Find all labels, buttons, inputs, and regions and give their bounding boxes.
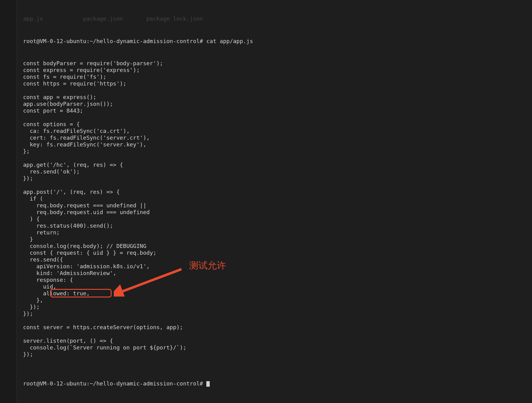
code-line: const bodyParser = require('body-parser'… — [23, 60, 526, 67]
code-line — [23, 114, 526, 121]
shell-prompt-line: root@VM-0-12-ubuntu:~/hello-dynamic-admi… — [23, 38, 526, 45]
code-line: server.listen(port, () => { — [23, 337, 526, 344]
shell-prompt-line-2: root@VM-0-12-ubuntu:~/hello-dynamic-admi… — [23, 380, 526, 387]
code-line: }); — [23, 351, 526, 358]
terminal-gutter — [0, 0, 17, 403]
code-line: const { request: { uid } } = req.body; — [23, 249, 526, 256]
code-line — [23, 182, 526, 189]
code-line — [23, 317, 526, 324]
code-output: const bodyParser = require('body-parser'… — [23, 60, 526, 365]
terminal-content[interactable]: app.js package.json package lock.json ro… — [17, 0, 532, 403]
code-line: req.body.request.uid === undefined — [23, 209, 526, 216]
code-line: const server = https.createServer(option… — [23, 324, 526, 331]
code-line: return; — [23, 229, 526, 236]
cursor-icon — [206, 381, 210, 387]
code-line: key: fs.readFileSync('server.key'), — [23, 141, 526, 148]
code-line: req.body.request === undefined || — [23, 202, 526, 209]
code-line: res.send('ok'); — [23, 168, 526, 175]
code-line: const fs = require('fs'); — [23, 74, 526, 80]
code-line — [23, 87, 526, 94]
code-line: const options = { — [23, 121, 526, 128]
code-line: apiVersion: 'admission.k8s.io/v1', — [23, 263, 526, 270]
code-line: const port = 8443; — [23, 107, 526, 114]
code-line: res.send({ — [23, 256, 526, 263]
partial-output-line: app.js package.json package lock.json — [23, 15, 526, 22]
code-line: const express = require('express'); — [23, 67, 526, 74]
code-line: }); — [23, 304, 526, 310]
code-line: console.log(req.body); // DEBUGGING — [23, 243, 526, 249]
code-line: ca: fs.readFileSync('ca.crt'), — [23, 128, 526, 134]
code-line — [23, 358, 526, 365]
code-line: cert: fs.readFileSync('server.crt'), — [23, 134, 526, 141]
code-line: kind: 'AdmissionReview', — [23, 270, 526, 277]
code-line: app.use(bodyParser.json()); — [23, 101, 526, 107]
code-line: }); — [23, 310, 526, 317]
code-line: allowed: true, — [23, 290, 526, 297]
terminal-window: app.js package.json package lock.json ro… — [0, 0, 532, 403]
code-line — [23, 331, 526, 337]
code-line: app.get('/hc', (req, res) => { — [23, 162, 526, 168]
code-line: }); — [23, 175, 526, 182]
code-line: }; — [23, 148, 526, 155]
code-line: ) { — [23, 216, 526, 222]
code-line: if ( — [23, 195, 526, 202]
code-line — [23, 155, 526, 162]
code-line: app.post('/', (req, res) => { — [23, 189, 526, 195]
code-line: res.status(400).send(); — [23, 222, 526, 229]
code-line: }, — [23, 297, 526, 304]
code-line: console.log(`Server running on port ${po… — [23, 344, 526, 351]
code-line: } — [23, 236, 526, 243]
code-line: response: { — [23, 277, 526, 283]
code-line: uid, — [23, 283, 526, 290]
code-line: const https = require('https'); — [23, 80, 526, 87]
code-line: const app = express(); — [23, 94, 526, 101]
